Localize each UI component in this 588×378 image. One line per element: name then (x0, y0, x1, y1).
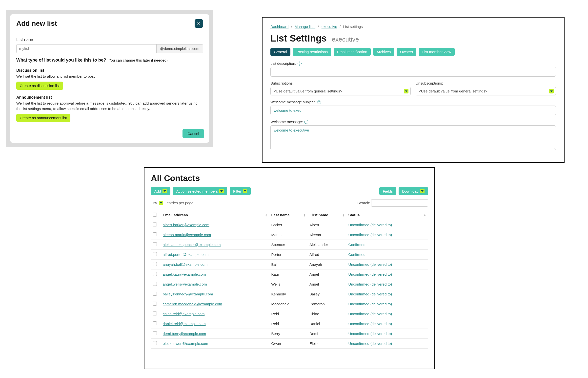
cancel-button[interactable]: Cancel (182, 129, 204, 138)
list-name-input[interactable] (17, 44, 156, 53)
last-name-cell: Reid (269, 309, 307, 319)
unsubscriptions-select[interactable]: <Use default value from general settings… (416, 87, 556, 95)
tab-row: General Posting restrictions Email modif… (270, 48, 556, 56)
table-row: aleena.martin@example.comMartinAleenaUnc… (151, 230, 428, 240)
action-selected-button[interactable]: Action selected members (173, 187, 227, 195)
entries-per-page-select[interactable]: 25 (151, 200, 164, 206)
contacts-toolbar: Add Action selected members Filter Field… (151, 187, 428, 195)
fields-button[interactable]: Fields (379, 187, 396, 195)
search-input[interactable] (371, 199, 428, 207)
email-link[interactable]: albert.barker@example.com (163, 223, 209, 227)
breadcrumb-dashboard[interactable]: Dashboard (270, 24, 288, 29)
row-checkbox[interactable] (153, 292, 157, 296)
add-button[interactable]: Add (151, 187, 170, 195)
email-link[interactable]: alfred.porter@example.com (163, 252, 208, 257)
list-description-label: List description: ? (270, 61, 556, 66)
status-cell: Unconfirmed (delivered to) (346, 299, 428, 309)
col-email[interactable]: Email address ▲▼ (161, 210, 269, 220)
row-checkbox[interactable] (153, 341, 157, 345)
select-all-checkbox[interactable] (153, 213, 157, 217)
create-discussion-button[interactable]: Create as discussion list (16, 82, 63, 90)
row-checkbox[interactable] (153, 222, 157, 226)
help-icon[interactable]: ? (317, 100, 321, 104)
row-checkbox[interactable] (153, 232, 157, 236)
discussion-title: Discussion list (16, 68, 203, 73)
announcement-desc: We'll set the list to require approval b… (16, 101, 203, 111)
tab-archives[interactable]: Archives (373, 48, 394, 56)
row-checkbox[interactable] (153, 252, 157, 256)
email-link[interactable]: angel.kaur@example.com (163, 272, 206, 276)
table-row: chloe.reid@example.comReidChloeUnconfirm… (151, 309, 428, 319)
table-row: angel.wells@example.comWellsAngelUnconfi… (151, 279, 428, 289)
chevron-down-icon (549, 89, 554, 93)
subscriptions-label: Subscriptions: (270, 81, 411, 85)
breadcrumb-executive[interactable]: executive (322, 24, 337, 29)
download-button[interactable]: Download (399, 187, 428, 195)
welcome-subject-input[interactable] (270, 106, 556, 115)
help-icon[interactable]: ? (298, 62, 302, 66)
email-link[interactable]: eloise.owen@example.com (163, 341, 208, 346)
tab-owners[interactable]: Owners (397, 48, 416, 56)
last-name-cell: Spencer (269, 240, 307, 250)
list-description-input[interactable] (270, 67, 556, 77)
create-announcement-button[interactable]: Create as announcement list (16, 114, 70, 122)
page-title-sub: executive (332, 36, 359, 43)
help-icon[interactable]: ? (304, 120, 308, 124)
col-status[interactable]: Status ▲▼ (346, 210, 428, 220)
row-checkbox[interactable] (153, 242, 157, 246)
breadcrumb: Dashboard / Manage lists / executive / L… (270, 24, 556, 29)
table-row: eloise.owen@example.comOwenEloiseUnconfi… (151, 339, 428, 349)
first-name-cell: Daniel (307, 319, 346, 329)
row-checkbox[interactable] (153, 272, 157, 276)
list-name-label: List name: (16, 37, 203, 42)
first-name-cell: Cameron (307, 299, 346, 309)
table-row: anayah.ball@example.comBallAnayahUnconfi… (151, 260, 428, 269)
row-checkbox[interactable] (153, 321, 157, 325)
email-link[interactable]: demi.berry@example.com (163, 332, 206, 336)
list-name-input-group: @demo.simplelists.com (16, 44, 203, 53)
row-checkbox[interactable] (153, 282, 157, 286)
first-name-cell: Demi (307, 329, 346, 339)
col-first-name[interactable]: First name ▲▼ (307, 210, 346, 220)
table-row: bailey.kennedy@example.comKennedyBaileyU… (151, 289, 428, 299)
last-name-cell: Reid (269, 319, 307, 329)
email-link[interactable]: bailey.kennedy@example.com (163, 292, 213, 296)
email-link[interactable]: daniel.reid@example.com (163, 322, 206, 326)
tab-email-modification[interactable]: Email modification (334, 48, 371, 56)
add-new-list-modal: Add new list List name: @demo.simplelist… (10, 14, 209, 143)
last-name-cell: Martin (269, 230, 307, 240)
last-name-cell: Porter (269, 250, 307, 260)
tab-list-member-view[interactable]: List member view (419, 48, 455, 56)
list-type-question: What type of list would you like this to… (16, 58, 203, 63)
first-name-cell: Bailey (307, 289, 346, 299)
announcement-title: Announcement list (16, 95, 203, 100)
last-name-cell: Macdonald (269, 299, 307, 309)
table-row: alfred.porter@example.comPorterAlfredCon… (151, 250, 428, 260)
email-link[interactable]: anayah.ball@example.com (163, 262, 207, 267)
sort-icon: ▲▼ (265, 214, 267, 217)
status-cell: Unconfirmed (delivered to) (346, 289, 428, 299)
tab-posting-restrictions[interactable]: Posting restrictions (293, 48, 331, 56)
status-cell: Unconfirmed (delivered to) (346, 279, 428, 289)
row-checkbox[interactable] (153, 311, 157, 315)
last-name-cell: Berry (269, 329, 307, 339)
all-contacts-panel: All Contacts Add Action selected members… (144, 167, 435, 369)
email-link[interactable]: chloe.reid@example.com (163, 312, 204, 316)
email-link[interactable]: cameron.macdonald@example.com (163, 302, 222, 306)
email-link[interactable]: angel.wells@example.com (163, 282, 207, 286)
row-checkbox[interactable] (153, 331, 157, 335)
filter-button[interactable]: Filter (230, 187, 251, 195)
close-button[interactable] (195, 19, 203, 28)
tab-general[interactable]: General (270, 48, 290, 56)
welcome-message-textarea[interactable]: welcome to executive (270, 125, 556, 150)
row-checkbox[interactable] (153, 262, 157, 266)
table-row: angel.kaur@example.comKaurAngelUnconfirm… (151, 269, 428, 279)
email-link[interactable]: aleksander.spencer@example.com (163, 243, 221, 247)
row-checkbox[interactable] (153, 302, 157, 306)
col-last-name[interactable]: Last name ▲▼ (269, 210, 307, 220)
last-name-cell: Wells (269, 279, 307, 289)
close-icon (197, 22, 201, 25)
breadcrumb-manage-lists[interactable]: Manage lists (295, 24, 315, 29)
subscriptions-select[interactable]: <Use default value from general settings… (270, 87, 411, 95)
email-link[interactable]: aleena.martin@example.com (163, 233, 211, 237)
